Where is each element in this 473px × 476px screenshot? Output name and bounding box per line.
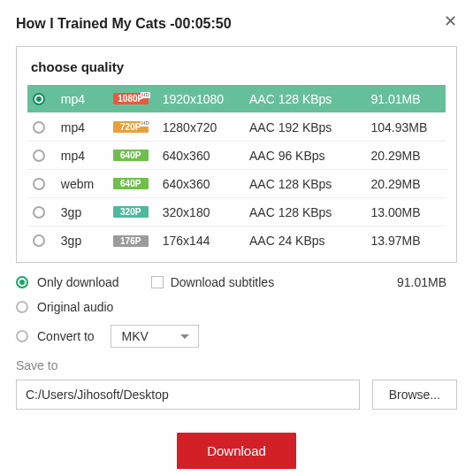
options-panel: Only download Download subtitles 91.01MB…: [16, 275, 457, 348]
browse-button[interactable]: Browse...: [372, 380, 457, 410]
audio-label: AAC 128 KBps: [249, 177, 370, 191]
quality-badge: 640P: [113, 178, 149, 189]
radio-icon: [33, 121, 45, 134]
audio-label: AAC 96 KBps: [249, 149, 370, 163]
download-subtitles-label: Download subtitles: [171, 275, 275, 289]
convert-format-select[interactable]: MKV: [111, 325, 199, 348]
original-audio-option[interactable]: Original audio: [16, 300, 113, 314]
save-to-label: Save to: [16, 358, 457, 372]
download-button[interactable]: Download: [177, 433, 296, 469]
quality-row-2[interactable]: mp4640P640x360AAC 96 KBps20.29MB: [27, 142, 446, 170]
convert-format-value: MKV: [122, 329, 149, 343]
quality-badge: 640P: [113, 150, 149, 161]
resolution-label: 320x180: [163, 205, 249, 219]
convert-to-label: Convert to: [37, 329, 95, 343]
radio-icon: [33, 178, 45, 190]
resolution-label: 1920x1080: [163, 92, 249, 106]
radio-icon: [33, 206, 45, 219]
format-label: mp4: [61, 120, 113, 134]
audio-label: AAC 128 KBps: [249, 92, 370, 106]
radio-off-icon: [16, 301, 28, 313]
radio-on-icon: [16, 276, 28, 288]
format-label: mp4: [61, 92, 113, 106]
quality-badge: 176P: [113, 235, 149, 247]
radio-icon: [33, 150, 45, 162]
download-subtitles-option[interactable]: Download subtitles: [151, 275, 275, 289]
quality-badge: 720P: [113, 121, 149, 133]
quality-heading: choose quality: [27, 59, 446, 85]
only-download-option[interactable]: Only download: [16, 275, 119, 289]
quality-panel: choose quality mp41080P1920x1080AAC 128 …: [16, 46, 457, 263]
quality-row-3[interactable]: webm640P640x360AAC 128 KBps20.29MB: [27, 170, 446, 198]
size-label: 13.97MB: [370, 234, 440, 248]
quality-badge: 1080P: [113, 93, 149, 104]
quality-row-0[interactable]: mp41080P1920x1080AAC 128 KBps91.01MB: [27, 85, 446, 113]
audio-label: AAC 24 KBps: [249, 234, 370, 248]
resolution-label: 640x360: [163, 177, 249, 191]
size-label: 104.93MB: [370, 120, 440, 134]
quality-row-4[interactable]: 3gp320P320x180AAC 128 KBps13.00MB: [27, 198, 446, 226]
format-label: 3gp: [61, 205, 113, 219]
size-label: 91.01MB: [370, 92, 440, 106]
resolution-label: 640x360: [163, 149, 249, 163]
convert-to-option[interactable]: Convert to: [16, 329, 95, 343]
size-label: 20.29MB: [370, 149, 440, 163]
save-path-input[interactable]: C:/Users/Jihosoft/Desktop: [16, 380, 360, 410]
size-label: 13.00MB: [370, 205, 440, 219]
radio-off-icon: [16, 330, 28, 342]
only-download-label: Only download: [37, 275, 119, 289]
window-title: How I Trained My Cats: [16, 16, 170, 31]
resolution-label: 176x144: [163, 234, 249, 248]
audio-label: AAC 128 KBps: [249, 205, 370, 219]
radio-icon: [33, 234, 45, 247]
format-label: webm: [61, 177, 113, 191]
quality-row-1[interactable]: mp4720P1280x720AAC 192 KBps104.93MB: [27, 113, 446, 142]
close-icon[interactable]: ✕: [444, 13, 457, 29]
original-audio-label: Original audio: [37, 300, 113, 314]
size-label: 20.29MB: [370, 177, 440, 191]
format-label: 3gp: [61, 234, 113, 248]
format-label: mp4: [61, 149, 113, 163]
quality-badge: 320P: [113, 206, 149, 218]
resolution-label: 1280x720: [163, 120, 249, 134]
radio-icon: [33, 93, 45, 105]
checkbox-icon: [151, 276, 164, 288]
video-duration: -00:05:50: [170, 16, 231, 31]
audio-label: AAC 192 KBps: [249, 120, 370, 134]
selected-size: 91.01MB: [397, 275, 457, 289]
quality-row-5[interactable]: 3gp176P176x144AAC 24 KBps13.97MB: [27, 226, 446, 255]
